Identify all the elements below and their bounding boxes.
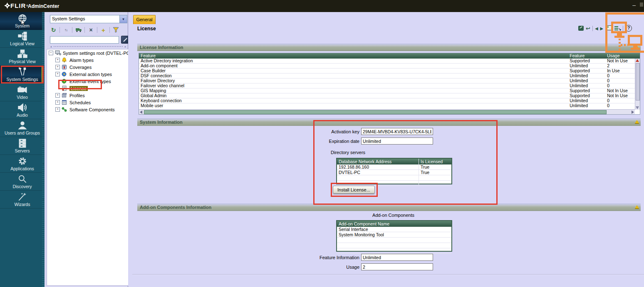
scroll-left-icon[interactable] bbox=[140, 110, 142, 114]
table-row[interactable]: Keyboard connectionUnlimited0 bbox=[139, 98, 640, 103]
expand-expander-icon[interactable]: + bbox=[55, 107, 60, 112]
usage-field[interactable] bbox=[361, 263, 433, 270]
minimize-button[interactable]: – bbox=[632, 2, 636, 8]
undo-icon[interactable]: ↩ bbox=[586, 25, 590, 32]
window-control-partial-icon[interactable] bbox=[640, 2, 643, 7]
expand-expander-icon[interactable]: + bbox=[55, 65, 60, 69]
sidebar-item-label: System Settings bbox=[0, 77, 45, 82]
column-header-component-name[interactable]: Add-on Component Name bbox=[337, 221, 391, 227]
table-row[interactable]: DVTEL-PCTrue bbox=[337, 170, 451, 175]
table-row[interactable]: System Monitoring Tool bbox=[337, 232, 451, 238]
tree-item-label[interactable]: External action types bbox=[69, 72, 112, 77]
column-header-feature[interactable]: Feature bbox=[139, 53, 568, 59]
sidebar-item-discovery[interactable]: Discovery bbox=[0, 173, 45, 191]
sidebar-item-wizards[interactable]: Wizards ▾ bbox=[0, 191, 45, 209]
sidebar-item-system[interactable]: System ▾ bbox=[0, 12, 45, 30]
tree-item-label[interactable]: External event types bbox=[69, 79, 111, 84]
tree-item-label[interactable]: License bbox=[69, 86, 88, 91]
table-row[interactable]: Add-on componentUnlimited2 bbox=[139, 64, 640, 69]
section-header-license-information[interactable]: License Information bbox=[137, 44, 641, 51]
expand-expander-icon[interactable]: + bbox=[55, 100, 60, 105]
activation-key-field[interactable] bbox=[361, 128, 433, 135]
feature-information-field[interactable] bbox=[361, 254, 433, 261]
table-row[interactable]: DSF connectionUnlimited0 bbox=[139, 74, 640, 78]
sidebar-item-users-and-groups[interactable]: Users and Groups ▾ bbox=[0, 119, 45, 137]
tree-item-label[interactable]: Software Components bbox=[69, 107, 115, 112]
table-row[interactable]: Serial Interface bbox=[337, 227, 451, 232]
scrollbar-thumb[interactable] bbox=[636, 63, 640, 101]
section-header-addon-components[interactable]: Add-on Components Information bbox=[137, 204, 641, 211]
category-dropdown[interactable]: System Settings ▼ bbox=[50, 15, 127, 23]
table-row[interactable]: Mobile userUnlimited0 bbox=[139, 103, 640, 107]
save-truck-icon[interactable] bbox=[75, 27, 82, 34]
tree-item-schedules[interactable]: + Schedules bbox=[47, 99, 129, 106]
tree-item-label[interactable]: Profiles bbox=[69, 93, 85, 98]
horizontal-scrollbar[interactable] bbox=[139, 109, 635, 114]
table-row[interactable]: Failover DirectoryUnlimited0 bbox=[139, 78, 640, 83]
addon-components-table: Add-on Component Name Serial Interface S… bbox=[336, 220, 452, 252]
filter-icon[interactable] bbox=[112, 27, 119, 34]
column-header-feature-information[interactable]: Feature Informa... bbox=[568, 53, 605, 59]
collapse-expander-icon[interactable]: − bbox=[49, 51, 53, 55]
expand-expander-icon[interactable]: + bbox=[55, 58, 60, 62]
list-actions-icon[interactable]: ↘ bbox=[614, 26, 621, 31]
tree-item-external-event-types[interactable]: External event types bbox=[47, 78, 129, 85]
install-license-button[interactable]: Install License... bbox=[333, 186, 375, 194]
tree-item-profiles[interactable]: + Profiles bbox=[47, 92, 129, 99]
tree-splitter-handle[interactable]: ▲▲ bbox=[50, 45, 126, 48]
sidebar-item-video[interactable]: Video ▾ bbox=[0, 83, 45, 101]
scroll-down-icon[interactable] bbox=[636, 106, 639, 109]
table-row[interactable]: Global AdminSupportedNot In Use bbox=[139, 93, 640, 98]
prev-arrow-icon[interactable]: ◀ bbox=[595, 26, 598, 31]
monitor-upload-icon[interactable]: ↑ bbox=[605, 25, 612, 31]
tree-item-label[interactable]: Schedules bbox=[69, 100, 91, 105]
expand-expander-icon[interactable]: + bbox=[55, 72, 60, 76]
dropdown-arrow-icon[interactable]: ▼ bbox=[119, 15, 127, 23]
table-row[interactable]: GIS MappingSupportedNot In Use bbox=[139, 88, 640, 93]
column-header-usage[interactable]: Usage bbox=[605, 53, 640, 59]
sidebar-item-audio[interactable]: Audio ▾ bbox=[0, 101, 45, 119]
expand-expander-icon[interactable]: + bbox=[55, 93, 60, 98]
collapse-triangle-icon[interactable] bbox=[635, 120, 639, 123]
collapse-triangle-icon[interactable] bbox=[635, 45, 639, 49]
tree-item-system-settings-root[interactable]: − System settings root (DVTEL-PC bbox=[47, 49, 129, 56]
sidebar-item-physical-view[interactable]: Physical View bbox=[0, 48, 45, 66]
root-computer-icon bbox=[55, 50, 61, 56]
tree-item-software-components[interactable]: + Software Components bbox=[47, 106, 129, 113]
table-row[interactable]: Case BuilderSupportedIn Use bbox=[139, 69, 640, 74]
scroll-right-icon[interactable] bbox=[632, 110, 634, 114]
tree-item-external-action-types[interactable]: + External action types bbox=[47, 71, 129, 78]
table-row[interactable]: Active Directory integrationSupportedNot… bbox=[139, 59, 640, 64]
physical-view-icon bbox=[0, 48, 45, 59]
section-header-system-information[interactable]: System Information bbox=[137, 118, 641, 125]
column-header-is-licensed[interactable]: Is Licensed bbox=[419, 159, 451, 164]
delete-icon[interactable]: × bbox=[87, 27, 94, 34]
tree-item-label[interactable]: System settings root (DVTEL-PC bbox=[63, 51, 129, 56]
sidebar-item-logical-view[interactable]: Logical View bbox=[0, 30, 45, 48]
expiration-date-field[interactable] bbox=[361, 137, 433, 145]
export-image-icon[interactable] bbox=[578, 26, 584, 31]
tree-item-label[interactable]: Coverages bbox=[69, 65, 92, 70]
search-input[interactable] bbox=[50, 36, 119, 44]
tree-item-coverages[interactable]: + Coverages bbox=[47, 64, 129, 71]
sidebar-item-applications[interactable]: Applications ▾ bbox=[0, 155, 45, 173]
tree-item-alarm-types[interactable]: + Alarm types bbox=[47, 56, 129, 64]
next-arrow-icon[interactable]: ▶ bbox=[600, 26, 604, 31]
tab-general[interactable]: General bbox=[133, 15, 156, 24]
table-row[interactable]: Failover video channelUnlimited0 bbox=[139, 83, 640, 88]
collapse-triangle-icon[interactable] bbox=[635, 205, 639, 209]
column-header-address[interactable]: Database Network Address bbox=[337, 159, 419, 164]
scrollbar-thumb[interactable] bbox=[144, 110, 607, 114]
scroll-up-icon[interactable] bbox=[636, 59, 639, 62]
vertical-scrollbar[interactable] bbox=[635, 59, 640, 110]
sort-icon[interactable]: ↑↓ bbox=[62, 27, 69, 34]
tree-item-label[interactable]: Alarm types bbox=[69, 58, 94, 63]
refresh-icon[interactable]: ↻ bbox=[50, 27, 57, 34]
sidebar-item-servers[interactable]: Servers ▾ bbox=[0, 137, 45, 155]
add-icon[interactable]: + bbox=[100, 27, 107, 34]
tree-item-license[interactable]: License bbox=[47, 85, 129, 92]
help-icon[interactable]: ? bbox=[625, 25, 632, 32]
page-title: License bbox=[137, 26, 156, 32]
sidebar-item-system-settings[interactable]: System Settings ▾ bbox=[0, 66, 45, 83]
table-row[interactable]: 192.168.86.160True bbox=[337, 164, 451, 170]
